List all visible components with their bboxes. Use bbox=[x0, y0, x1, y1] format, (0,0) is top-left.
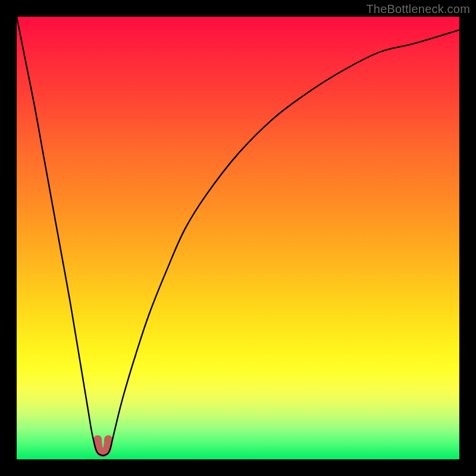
watermark-text: TheBottleneck.com bbox=[366, 2, 470, 16]
plot-area bbox=[17, 17, 459, 459]
background-gradient bbox=[17, 17, 459, 459]
chart-frame: TheBottleneck.com bbox=[0, 0, 476, 476]
